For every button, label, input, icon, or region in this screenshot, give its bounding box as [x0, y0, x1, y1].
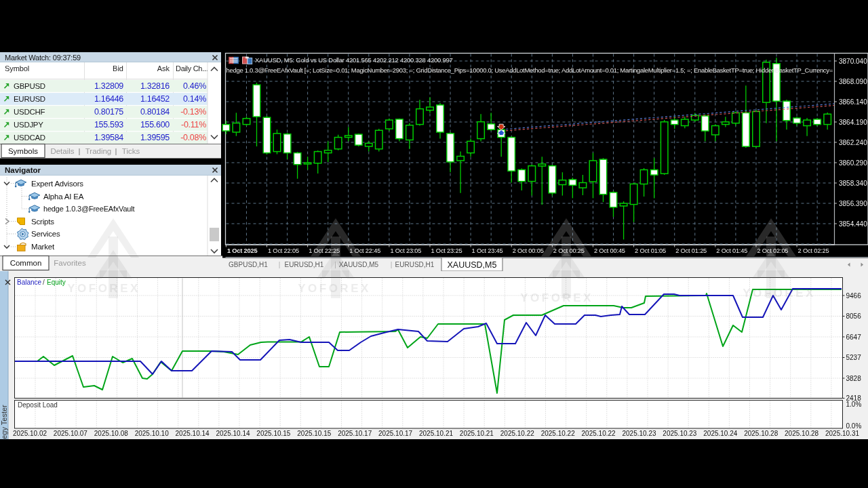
svg-text:Market: Market	[31, 243, 55, 251]
svg-text:Symbol: Symbol	[5, 64, 29, 73]
svg-text:3858.340: 3858.340	[839, 180, 867, 187]
svg-text:2025.10.15: 2025.10.15	[297, 430, 331, 437]
svg-text:2025.10.23: 2025.10.23	[622, 430, 656, 437]
svg-text:1.32816: 1.32816	[140, 81, 170, 91]
svg-text:3866.140: 3866.140	[839, 98, 867, 106]
svg-text:|: |	[391, 261, 393, 268]
svg-text:EURUSD,H1: EURUSD,H1	[395, 261, 435, 268]
svg-text:0.80184: 0.80184	[140, 107, 170, 117]
svg-text:2025.10.22: 2025.10.22	[582, 430, 616, 437]
svg-text:3862.240: 3862.240	[839, 139, 867, 146]
svg-text:Scripts: Scripts	[31, 218, 54, 226]
svg-text:3860.290: 3860.290	[839, 159, 867, 167]
svg-text:-0.11%: -0.11%	[181, 120, 206, 129]
svg-text:YOFOREX: YOFOREX	[520, 291, 593, 304]
svg-text:2025.10.23: 2025.10.23	[663, 430, 696, 437]
svg-text:|: |	[115, 147, 117, 155]
svg-text:-0.08%: -0.08%	[180, 133, 206, 142]
svg-text:|: |	[279, 261, 281, 268]
svg-text:Common: Common	[10, 259, 42, 267]
svg-text:2 Oct 00:05: 2 Oct 00:05	[513, 247, 544, 254]
svg-text:EURUSD,H1: EURUSD,H1	[285, 261, 324, 268]
svg-text:2025.10.07: 2025.10.07	[54, 430, 87, 437]
svg-text:2025.10.28: 2025.10.28	[744, 430, 778, 437]
svg-text:Trading: Trading	[85, 147, 112, 155]
svg-text:3868.090: 3868.090	[839, 78, 867, 85]
svg-text:Equity: Equity	[47, 279, 66, 286]
svg-text:1.16446: 1.16446	[94, 94, 123, 104]
svg-text:GBPUSD: GBPUSD	[14, 82, 45, 90]
svg-text:hedge 1.0.3@FreeEAfxVault [=;: hedge 1.0.3@FreeEAfxVault [=; LotSize=0.…	[226, 66, 833, 74]
svg-text:2025.10.17: 2025.10.17	[338, 430, 372, 437]
svg-text:2025.10.22: 2025.10.22	[541, 430, 575, 437]
svg-text:2025.10.31: 2025.10.31	[825, 430, 859, 437]
svg-text:USDCHF: USDCHF	[14, 108, 45, 116]
svg-text:Navigator: Navigator	[5, 166, 41, 174]
svg-text:2 Oct 01:05: 2 Oct 01:05	[635, 247, 666, 254]
svg-text:XAUUSD,M5: XAUUSD,M5	[448, 260, 497, 270]
svg-text:8056: 8056	[846, 312, 862, 320]
svg-text:0.14%: 0.14%	[183, 94, 206, 104]
svg-text:2025.10.28: 2025.10.28	[785, 430, 818, 437]
svg-text:XAUUSD, M5: Gold vs US Dollar: XAUUSD, M5: Gold vs US Dollar 4201.565 4…	[255, 56, 453, 64]
svg-text:1.39595: 1.39595	[140, 133, 170, 142]
svg-text:Expert Advisors: Expert Advisors	[31, 180, 83, 188]
svg-text:1 Oct 23:45: 1 Oct 23:45	[472, 247, 503, 254]
svg-text:2025.10.10: 2025.10.10	[135, 430, 169, 437]
svg-text:155.593: 155.593	[94, 120, 123, 129]
svg-text:2025.10.17: 2025.10.17	[378, 430, 412, 437]
svg-text:Favorites: Favorites	[54, 259, 86, 267]
svg-text:YOFOREX: YOFOREX	[743, 287, 816, 300]
svg-text:YOFOREX: YOFOREX	[67, 282, 140, 295]
svg-text:Alpha AI EA: Alpha AI EA	[43, 192, 84, 201]
svg-text:1.39584: 1.39584	[94, 133, 123, 142]
svg-text:2025.10.08: 2025.10.08	[94, 430, 128, 437]
svg-text:2025.10.22: 2025.10.22	[500, 430, 534, 437]
svg-text:2025.10.14: 2025.10.14	[176, 430, 210, 437]
svg-text:0.80175: 0.80175	[94, 107, 123, 117]
svg-text:3856.390: 3856.390	[839, 200, 867, 207]
svg-text:6647: 6647	[846, 333, 862, 341]
svg-text:2 Oct 01:25: 2 Oct 01:25	[675, 247, 707, 254]
svg-text:0.0%: 0.0%	[846, 422, 862, 430]
svg-text:|: |	[79, 147, 81, 155]
svg-text:GBPUSD,H1: GBPUSD,H1	[229, 261, 268, 268]
svg-text:3864.190: 3864.190	[839, 119, 867, 126]
svg-text:2025.10.21: 2025.10.21	[419, 430, 453, 437]
svg-text:1 Oct 2025: 1 Oct 2025	[227, 247, 258, 254]
svg-text:1 Oct 23:25: 1 Oct 23:25	[431, 247, 462, 254]
svg-text:9466: 9466	[846, 292, 862, 300]
svg-text:Ticks: Ticks	[122, 147, 140, 155]
svg-text:USDJPY: USDJPY	[14, 121, 43, 129]
svg-text:2025.10.21: 2025.10.21	[460, 430, 494, 437]
svg-text:3870.040: 3870.040	[839, 58, 867, 65]
svg-text:2025.10.24: 2025.10.24	[703, 430, 737, 437]
svg-text:USDCAD: USDCAD	[14, 134, 45, 142]
svg-text:2025.10.15: 2025.10.15	[256, 430, 290, 437]
svg-text:1.32809: 1.32809	[94, 81, 123, 91]
svg-text:3854.440: 3854.440	[839, 220, 867, 228]
svg-text:Details: Details	[50, 147, 74, 155]
svg-text:1 Oct 23:05: 1 Oct 23:05	[390, 247, 421, 254]
svg-text:YOFOREX: YOFOREX	[298, 282, 371, 295]
svg-text:hedge 1.0.3@FreeEAfxVault: hedge 1.0.3@FreeEAfxVault	[43, 205, 135, 213]
svg-text:/: /	[43, 279, 45, 286]
svg-text:0.46%: 0.46%	[183, 81, 206, 91]
svg-text:5237: 5237	[846, 354, 862, 361]
svg-text:1.0%: 1.0%	[846, 401, 862, 408]
svg-text:Daily Ch...: Daily Ch...	[176, 64, 208, 73]
svg-text:Deposit Load: Deposit Load	[18, 401, 58, 409]
svg-text:-0.13%: -0.13%	[180, 107, 206, 117]
svg-text:Bid: Bid	[113, 64, 123, 73]
svg-text:Symbols: Symbols	[8, 147, 38, 155]
svg-text:EURUSD: EURUSD	[14, 95, 45, 103]
svg-text:2 Oct 01:45: 2 Oct 01:45	[716, 247, 747, 254]
svg-text:Balance: Balance	[17, 279, 42, 286]
svg-text:Ask: Ask	[157, 64, 170, 73]
svg-text:1.16452: 1.16452	[140, 94, 170, 104]
svg-text:Market Watch: 09:37:59: Market Watch: 09:37:59	[5, 54, 81, 62]
svg-text:3828: 3828	[846, 375, 862, 382]
svg-text:Services: Services	[31, 230, 60, 238]
svg-text:2025.10.02: 2025.10.02	[13, 430, 47, 437]
svg-text:155.600: 155.600	[140, 120, 170, 129]
